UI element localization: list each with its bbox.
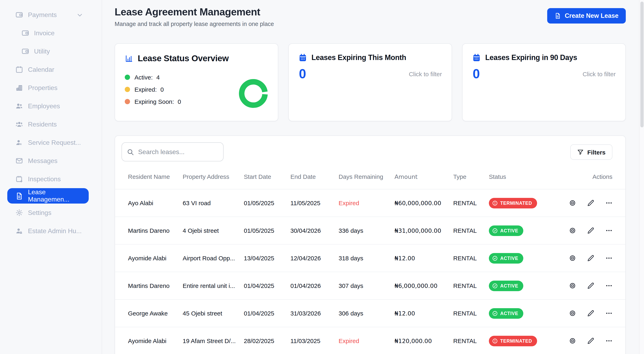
legend-dot [125, 87, 130, 92]
pencil-icon[interactable] [587, 282, 594, 289]
ellipsis-icon[interactable] [606, 310, 612, 317]
actions-cell [544, 337, 612, 344]
sidebar-item-lease-managemen[interactable]: Lease Managemen... [7, 188, 89, 204]
leases-expiring-month-card[interactable]: Leases Expiring This Month 0 Click to fi… [288, 43, 452, 121]
end-date: 11/03/2025 [290, 337, 338, 344]
eye-icon[interactable] [569, 337, 576, 344]
scrollbar-thumb[interactable] [640, 2, 644, 127]
eye-icon[interactable] [569, 310, 576, 317]
end-date: 01/04/2026 [290, 282, 338, 289]
sidebar-item-messages[interactable]: Messages [0, 152, 102, 170]
column-header-type: Type [453, 173, 489, 180]
days-remaining: Expired [338, 200, 394, 206]
funnel-icon [577, 149, 584, 155]
status-badge: ACTIVE [489, 280, 523, 291]
lease-type: RENTAL [453, 310, 489, 317]
resident-name: Ayo Alabi [128, 200, 183, 206]
sidebar-item-utility[interactable]: Utility [0, 42, 102, 60]
sidebar-item-estate-admin-hu[interactable]: Estate Admin Hu... [0, 222, 102, 240]
sidebar-nav: PaymentsInvoiceUtilityCalendarProperties… [0, 6, 102, 240]
status-cell: ACTIVE [489, 253, 544, 263]
ellipsis-icon[interactable] [606, 255, 612, 262]
scrollbar[interactable] [639, 0, 644, 354]
pencil-icon[interactable] [587, 200, 594, 206]
sidebar-item-employees[interactable]: Employees [0, 97, 102, 115]
create-new-lease-button[interactable]: Create New Lease [548, 8, 626, 24]
table-toolbar: Filters [115, 136, 625, 161]
sidebar-item-label: Invoice [34, 29, 54, 37]
search-input[interactable] [138, 148, 218, 155]
user-gear-icon [16, 139, 23, 146]
sidebar-item-properties[interactable]: Properties [0, 79, 102, 97]
ellipsis-icon[interactable] [606, 227, 612, 234]
amount: ₦60,000,000.00 [394, 200, 453, 206]
lease-type: RENTAL [453, 255, 489, 262]
legend-label: Expiring Soon: [134, 98, 174, 105]
column-header-end-date: End Date [290, 173, 338, 180]
actions-cell [544, 310, 612, 317]
alert-circle-icon [492, 338, 498, 344]
lease-type: RENTAL [453, 337, 489, 344]
leases-expiring-90days-card[interactable]: Leases Expiring in 90 Days 0 Click to fi… [462, 43, 626, 121]
ellipsis-icon[interactable] [606, 200, 612, 206]
days-remaining: 318 days [338, 255, 394, 262]
column-header-status: Status [489, 173, 544, 180]
sidebar-item-service-request[interactable]: Service Request... [0, 133, 102, 152]
start-date: 28/02/2025 [244, 337, 290, 344]
pencil-icon[interactable] [587, 310, 594, 317]
expiring-month-count: 0 [299, 67, 306, 82]
property-address: 63 VI road [183, 200, 244, 206]
status-badge: TERMINATED [489, 198, 537, 208]
table-row: Ayo Alabi63 VI road01/05/202511/05/2025E… [115, 189, 625, 217]
chevron-down-icon[interactable] [76, 11, 84, 19]
calendar-plus-icon [16, 175, 23, 183]
sidebar-item-label: Inspections [28, 175, 61, 183]
ellipsis-icon[interactable] [606, 337, 612, 344]
status-badge-label: ACTIVE [500, 228, 518, 233]
summary-cards: Lease Status Overview Active:4Expired:0E… [114, 43, 626, 121]
sidebar-item-settings[interactable]: Settings [0, 204, 102, 222]
property-address: Entire rental unit i... [183, 282, 244, 289]
check-circle-icon [492, 255, 498, 261]
status-cell: TERMINATED [489, 335, 544, 346]
click-to-filter-hint: Click to filter [583, 71, 616, 77]
sidebar-item-payments[interactable]: Payments [0, 6, 102, 24]
eye-icon[interactable] [569, 282, 576, 289]
legend-dot [125, 75, 130, 80]
amount: ₦120,000.00 [394, 337, 453, 344]
sidebar-item-invoice[interactable]: Invoice [0, 24, 102, 42]
column-header-start-date: Start Date [244, 173, 290, 180]
sidebar-item-label: Estate Admin Hu... [28, 227, 82, 235]
wallet-icon [22, 48, 29, 55]
sidebar-item-inspections[interactable]: Inspections [0, 170, 102, 188]
pencil-icon[interactable] [587, 337, 594, 344]
column-header-actions: Actions [544, 173, 612, 180]
bar-chart-icon [125, 54, 133, 63]
sidebar-item-calendar[interactable]: Calendar [0, 60, 102, 79]
pencil-icon[interactable] [587, 255, 594, 262]
column-header-amount: Amount [394, 173, 453, 180]
actions-cell [544, 227, 612, 234]
eye-icon[interactable] [569, 227, 576, 234]
status-cell: ACTIVE [489, 308, 544, 318]
expiring-90days-title: Leases Expiring in 90 Days [485, 54, 577, 62]
end-date: 30/04/2026 [290, 227, 338, 234]
pencil-icon[interactable] [587, 227, 594, 234]
column-header-property-address: Property Address [183, 173, 244, 180]
filters-button[interactable]: Filters [570, 144, 612, 160]
eye-icon[interactable] [569, 255, 576, 262]
table-row: Ayomide Alabi19 Afam Street D/...28/02/2… [115, 327, 625, 354]
sidebar-item-label: Lease Managemen... [28, 189, 89, 203]
status-badge-label: TERMINATED [500, 338, 532, 343]
table-body: Ayo Alabi63 VI road01/05/202511/05/2025E… [115, 189, 625, 354]
legend-value: 0 [160, 86, 164, 93]
building-icon [16, 84, 23, 92]
amount: ₦12.00 [394, 255, 453, 261]
sidebar-item-residents[interactable]: Residents [0, 115, 102, 133]
days-remaining: 336 days [338, 227, 394, 234]
eye-icon[interactable] [569, 200, 576, 206]
ellipsis-icon[interactable] [606, 282, 612, 289]
sidebar-item-label: Payments [28, 11, 57, 19]
start-date: 01/04/2025 [244, 282, 290, 289]
file-text-icon [16, 192, 23, 200]
